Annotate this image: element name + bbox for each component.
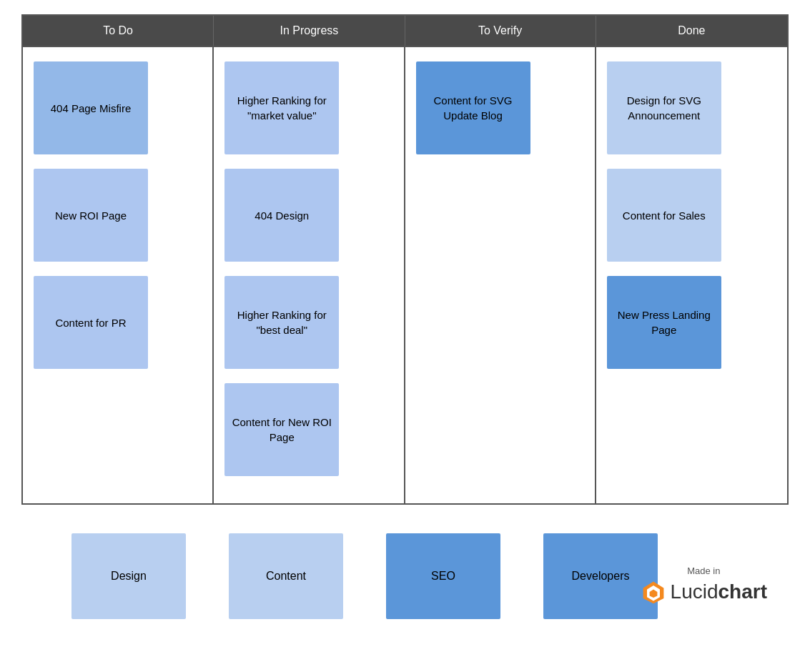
column-toverify: Content for SVG Update Blog <box>405 47 596 503</box>
card-higher-ranking-best-deal[interactable]: Higher Ranking for "best deal" <box>224 276 339 369</box>
made-in-text: Made in <box>641 565 767 576</box>
kanban-header: To Do In Progress To Verify Done <box>23 16 787 46</box>
legend-design[interactable]: Design <box>71 533 186 619</box>
lucid-logo: Lucidchart <box>641 579 767 605</box>
card-design-svg-announcement[interactable]: Design for SVG Announcement <box>607 61 721 154</box>
card-content-for-pr[interactable]: Content for PR <box>34 276 148 369</box>
column-todo: 404 Page Misfire New ROI Page Content fo… <box>23 47 214 503</box>
card-content-for-sales[interactable]: Content for Sales <box>607 169 721 262</box>
column-done: Design for SVG Announcement Content for … <box>596 47 787 503</box>
card-higher-ranking-market[interactable]: Higher Ranking for "market value" <box>224 61 339 154</box>
legend-content[interactable]: Content <box>229 533 343 619</box>
card-new-roi-page[interactable]: New ROI Page <box>34 169 148 262</box>
card-content-for-new-roi[interactable]: Content for New ROI Page <box>224 383 339 476</box>
card-404-design[interactable]: 404 Design <box>224 169 339 262</box>
kanban-body: 404 Page Misfire New ROI Page Content fo… <box>23 46 787 503</box>
column-inprogress: Higher Ranking for "market value" 404 De… <box>214 47 405 503</box>
header-toverify: To Verify <box>405 16 596 46</box>
header-done: Done <box>596 16 787 46</box>
legend-seo[interactable]: SEO <box>386 533 500 619</box>
lucid-icon <box>641 579 666 605</box>
card-content-svg-blog[interactable]: Content for SVG Update Blog <box>416 61 530 154</box>
kanban-board: To Do In Progress To Verify Done 404 Pag… <box>21 14 789 505</box>
card-404-page-misfire[interactable]: 404 Page Misfire <box>34 61 148 154</box>
lucid-text: Lucidchart <box>671 580 767 603</box>
header-inprogress: In Progress <box>214 16 405 46</box>
card-new-press-landing[interactable]: New Press Landing Page <box>607 276 721 369</box>
header-todo: To Do <box>23 16 214 46</box>
lucidchart-footer: Made in Lucidchart <box>641 565 767 605</box>
